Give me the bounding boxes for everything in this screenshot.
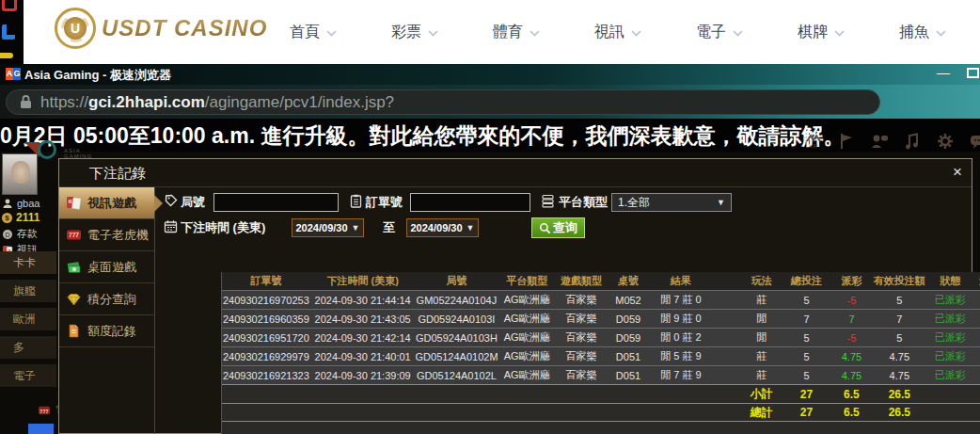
nav-item-視訊[interactable]: 視訊 (594, 23, 641, 42)
logo-text: USDT CASINO (102, 15, 267, 41)
platform-type-select[interactable]: 1.全部 ▼ (611, 193, 732, 212)
col-header: 下注時間 (美東) (310, 274, 416, 288)
grandtotal-row: 總計 27 6.5 26.5 (222, 403, 980, 422)
nav-item-彩票[interactable]: 彩票 (391, 23, 438, 42)
lobby-menu: 卡卡旗艦歐洲多電子 (0, 251, 56, 393)
cell-table-no: D051 (607, 351, 650, 362)
lobby-menu-item-電子[interactable]: 電子 (0, 364, 56, 387)
col-header: 桌號 (607, 274, 650, 288)
cell-status: 已派彩 (927, 368, 972, 382)
url-domain: gci.2hhapi.com (88, 93, 205, 111)
cell-valid-bet: 5 (871, 295, 927, 306)
cell-play: 閒 (742, 312, 782, 326)
nav-item-首頁[interactable]: 首頁 (290, 23, 337, 42)
platform-type-value: 1.全部 (618, 195, 650, 211)
vip-icon[interactable]: VIP (804, 132, 823, 151)
cell-status: 已派彩 (927, 349, 972, 363)
favicon-a: A (6, 68, 13, 80)
col-header: 派彩 (831, 274, 871, 288)
col-header: 遊戲模式 (972, 274, 980, 288)
sidebar-item-額度記錄[interactable]: 額度記錄 (59, 315, 154, 347)
browser-titlebar: A G Asia Gaming - 极速浏览器 — (0, 64, 980, 85)
window-title: Asia Gaming - 极速浏览器 (24, 67, 171, 84)
date-to-select[interactable]: 2024/09/30 ▼ (406, 218, 479, 237)
nav-item-電子[interactable]: 電子 (696, 23, 743, 42)
username-text: gbaa (17, 198, 40, 209)
sidebar-item-視訊遊戲[interactable]: K視訊遊戲 (59, 187, 154, 219)
sidebar-item-label: 積分查詢 (87, 291, 136, 308)
bet-time-label: 下注時間 (美東) (181, 219, 265, 236)
cell-payout: 4.75 (831, 370, 871, 381)
cell-payout: 7 (831, 313, 871, 325)
search-button[interactable]: 查询 (531, 217, 585, 238)
lobby-menu-item-旗艦[interactable]: 旗艦 (0, 280, 56, 302)
chevron-down-icon: ▼ (717, 198, 725, 207)
col-header: 總投注 (782, 274, 832, 288)
col-header: 結果 (650, 274, 712, 288)
order-no-label: 訂單號 (366, 194, 403, 211)
nav-item-捕魚[interactable]: 捕魚 (899, 23, 946, 42)
deposit-label: 存款 (17, 227, 38, 241)
url-prefix: https:// (40, 93, 88, 111)
cell-bet-time: 2024-09-30 21:40:01 (310, 351, 416, 362)
date-from-select[interactable]: 2024/09/30 ▼ (292, 218, 364, 237)
browser-addressbar: https://gci.2hhapi.com/agingame/pcv1/ind… (0, 85, 980, 119)
cell-round-no: GM05224A0104J (416, 295, 498, 306)
table-row: 2409302169213232024-09-30 21:39:09GD0512… (222, 365, 980, 384)
sidebar-item-桌面遊戲[interactable]: 桌面遊戲 (59, 251, 154, 283)
cell-game-mode: - (972, 332, 980, 344)
casino-logo[interactable]: U USDT CASINO (55, 8, 267, 49)
sidebar-item-label: 額度記錄 (87, 323, 136, 340)
svg-text:777: 777 (40, 409, 48, 414)
nav-item-體育[interactable]: 體育 (493, 23, 540, 42)
cell-valid-bet: 4.75 (871, 370, 927, 381)
cell-status: 已派彩 (927, 330, 972, 345)
browser-edge-strip (0, 0, 24, 64)
nav-item-棋牌[interactable]: 棋牌 (798, 23, 845, 42)
round-no-input[interactable] (213, 193, 339, 212)
sidebar-item-label: 桌面遊戲 (87, 259, 136, 276)
bet-records-dialog: 下注記錄 × K視訊遊戲777電子老虎機桌面遊戲積分查詢額度記錄 局號 訂單號 … (58, 158, 972, 434)
lobby-menu-item-歐洲[interactable]: 歐洲 (0, 308, 56, 330)
subtotal-row: 小計 27 6.5 26.5 (222, 384, 980, 403)
deposit-row[interactable]: D 存款 (2, 227, 38, 241)
cell-valid-bet: 7 (871, 313, 927, 325)
cell-total-bet: 5 (782, 332, 832, 344)
calendar-icon (164, 219, 178, 233)
close-icon[interactable]: × (953, 164, 962, 180)
support-chat-icon[interactable] (870, 132, 889, 151)
url-path: /agingame/pcv1/index.jsp? (205, 93, 394, 111)
cell-platform: AG歐洲廳 (498, 293, 556, 307)
deposit-icon: D (2, 229, 13, 240)
cell-total-bet: 7 (782, 313, 832, 325)
subtotal-label: 小計 (742, 386, 782, 402)
lobby-menu-item-多[interactable]: 多 (0, 336, 56, 359)
chat-icon[interactable] (969, 132, 980, 151)
cell-payout: 4.75 (831, 351, 871, 362)
order-no-input[interactable] (410, 193, 530, 212)
slots-777-icon: 777 (66, 227, 82, 243)
minimize-button[interactable]: — (931, 65, 956, 82)
date-to-value: 2024/09/30 (411, 222, 463, 233)
cell-table-no: D059 (607, 313, 650, 325)
announcement-text: 0月2日 05:00至10:00 a.m. 進行升級。對此給您帶來的不便，我們深… (0, 121, 845, 151)
cell-game-type: 百家樂 (556, 312, 607, 326)
svg-text:VIP: VIP (809, 143, 818, 149)
cell-status: 已派彩 (927, 293, 972, 307)
nav-item-label: 捕魚 (899, 23, 929, 42)
grandtotal-payout: 6.5 (831, 406, 871, 419)
lobby-menu-item-卡卡[interactable]: 卡卡 (0, 251, 56, 274)
bet-table: 訂單號下注時間 (美東)局號平台類型遊戲類型桌號結果玩法總投注派彩有效投注額狀態… (221, 272, 980, 434)
music-icon[interactable] (903, 132, 922, 151)
cell-play: 莊 (742, 349, 782, 363)
chevron-down-icon (326, 24, 337, 40)
sidebar-item-積分查詢[interactable]: 積分查詢 (59, 283, 154, 315)
sidebar-item-電子老虎機[interactable]: 777電子老虎機 (59, 219, 154, 251)
cell-bet-time: 2024-09-30 21:42:14 (310, 332, 416, 344)
cell-platform: AG歐洲廳 (498, 312, 556, 326)
maximize-button[interactable] (967, 68, 979, 78)
url-bar[interactable]: https://gci.2hhapi.com/agingame/pcv1/ind… (6, 89, 880, 115)
settings-icon[interactable] (936, 132, 955, 151)
date-from-value: 2024/09/30 (296, 222, 348, 233)
flag-icon[interactable] (837, 132, 856, 151)
